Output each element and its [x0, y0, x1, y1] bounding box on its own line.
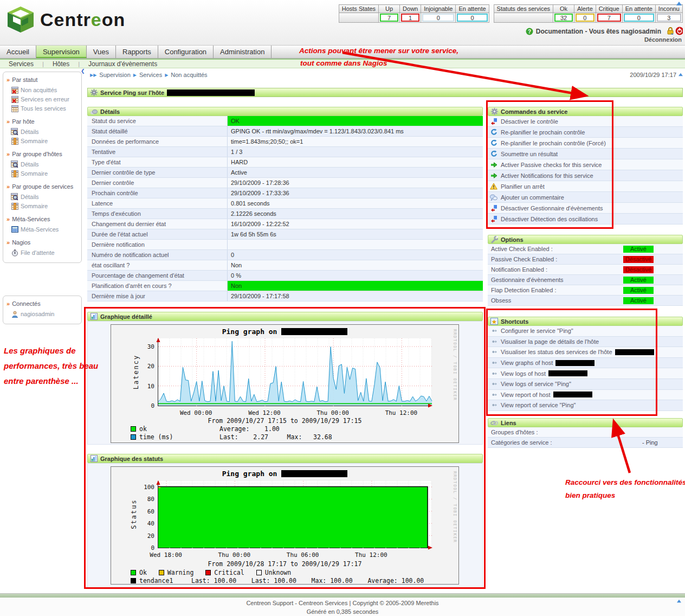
x-tick-label: Wed 12:00	[245, 409, 284, 416]
state-count-alerte[interactable]: 0	[576, 14, 594, 22]
state-count-injoignable[interactable]: 0	[422, 14, 454, 22]
submenu-item-services[interactable]: Services	[0, 60, 42, 68]
command-d-sactiver-le-contr-le[interactable]: Désactiver le contrôle	[488, 116, 683, 127]
x-tick-label: Wed 18:00	[146, 551, 185, 559]
user-icon	[11, 310, 18, 318]
sidebar-section: »Par statutNon acquittésServices en erre…	[7, 76, 78, 112]
sidebar-item-sommaire[interactable]: Sommaire	[11, 170, 78, 177]
state-count-en-attente[interactable]: 0	[457, 14, 487, 22]
link-value[interactable]: - Ping	[642, 439, 658, 446]
sidebar-item-label: Sommaire	[21, 203, 48, 209]
latency-plot	[158, 338, 431, 406]
state-count-up[interactable]: 7	[380, 14, 398, 22]
state-count-down[interactable]: 1	[401, 14, 419, 22]
x-tick-label: Thu 12:00	[382, 409, 421, 416]
sidebar-item-label: Tous les services	[21, 105, 66, 112]
shortcut-view-report-of-service-ping-[interactable]: View report of service "Ping"	[488, 400, 683, 411]
shortcut-configurer-le-service-ping-[interactable]: Configurer le service "Ping"	[488, 326, 683, 337]
latency-graph-image: Ping graph on RRDTOOL / TOBI OETIKER Lat…	[111, 324, 459, 443]
command-re-planifier-le-prochain-contr-le[interactable]: Re-planifier le prochain contrôle	[488, 127, 683, 138]
menu-item-vues[interactable]: Vues	[87, 46, 116, 58]
command-activer-passive-checks-for-this-service[interactable]: Activer Passive checks for this service	[488, 159, 683, 170]
logout-link[interactable]: Déconnexion	[644, 36, 682, 43]
menu-item-configuration[interactable]: Configuration	[158, 46, 214, 58]
footer-bar	[0, 594, 685, 598]
command-d-sactiver-d-tection-des-oscillations[interactable]: Désactiver Détection des oscillations	[488, 214, 683, 224]
grid-error-icon	[11, 86, 18, 94]
state-count-critique[interactable]: 7	[597, 14, 621, 22]
sidebar-item-non-acquitt-s[interactable]: Non acquittés	[11, 86, 78, 94]
details-label: Dernière mise à jour	[87, 291, 228, 301]
details-icon	[11, 193, 18, 201]
details-row: Numéro de notification actuel0	[87, 250, 483, 260]
shortcut-view-graphs-of-host[interactable]: View graphs of host	[488, 358, 683, 369]
sidebar-item-services-en-erreur[interactable]: Services en erreur	[11, 95, 78, 103]
commands-list: Désactiver le contrôleRe-planifier le pr…	[488, 116, 683, 224]
sidebar-item-sommaire[interactable]: Sommaire	[11, 202, 78, 210]
option-status-badge: Activé	[623, 287, 654, 294]
shortcut-visualiser-les-status-des-services-de-l-[interactable]: Visualiser les status des services de l'…	[488, 347, 683, 358]
reschedule-icon	[490, 150, 497, 158]
annotation-right-line1: Raccourci vers des fonctionnalités	[565, 478, 685, 486]
shortcut-view-logs-of-service-ping-[interactable]: View logs of service "Ping"	[488, 379, 683, 390]
sidebar-item-d-tails[interactable]: Détails	[11, 161, 78, 168]
menu-item-administration[interactable]: Administration	[214, 46, 272, 58]
submenu-item-h-tes[interactable]: Hôtes	[44, 60, 78, 68]
enable-icon	[490, 161, 497, 169]
breadcrumb-arrow-icon: ▶	[165, 73, 168, 78]
menu-item-supervision[interactable]: Supervision	[36, 46, 87, 58]
chevrons-icon: »	[7, 76, 10, 83]
command-ajouter-un-commentaire[interactable]: Ajouter un commentaire	[488, 192, 683, 203]
redacted-host	[615, 349, 654, 355]
redacted-host	[281, 470, 347, 477]
scroll-top-icon[interactable]	[677, 600, 681, 603]
command-activer-notifications-for-this-service[interactable]: Activer Notifications for this service	[488, 170, 683, 181]
footer: Centreon Support - Centreon Services | C…	[0, 593, 685, 616]
sidebar-item-file-d-attente[interactable]: File d'attente	[11, 249, 78, 256]
scroll-top-icon[interactable]	[676, 2, 682, 5]
shortcut-visualiser-la-page-de-d-tails-de-l-h-te[interactable]: Visualiser la page de détails de l'hôte	[488, 337, 683, 348]
sidebar-item-label: File d'attente	[21, 249, 55, 256]
menu-item-accueil[interactable]: Accueil	[0, 46, 36, 58]
footer-generated: Généré en 0,385 secondes	[0, 608, 685, 615]
state-count-ok[interactable]: 32	[554, 14, 573, 22]
legend-name: time (ms)	[139, 433, 219, 441]
shortcut-label: View logs of service "Ping"	[501, 381, 571, 387]
legend-name: Warning	[167, 569, 193, 576]
status-plot	[158, 481, 431, 548]
command-re-planifier-le-prochain-contr-le-forc-[interactable]: Re-planifier le prochain contrôle (Forcé…	[488, 138, 683, 149]
option-label: Notification Enabled :	[491, 266, 547, 273]
breadcrumb-item-non-acquitt-s[interactable]: Non acquittés	[171, 72, 207, 78]
y-tick-label: 0	[133, 402, 154, 409]
centreon-logo[interactable]: Centreon	[5, 4, 125, 35]
grid-error-icon	[11, 95, 18, 103]
scroll-up-icon[interactable]	[678, 73, 683, 76]
sidebar-item-sommaire[interactable]: Sommaire	[11, 137, 78, 145]
menu-item-rapports[interactable]: Rapports	[116, 46, 158, 58]
help-icon: ?	[526, 28, 533, 35]
command-label: Désactiver Détection des oscillations	[501, 216, 598, 222]
sidebar-item-m-ta-services[interactable]: Méta-Services	[11, 226, 78, 233]
command-soumettre-un-r-sultat[interactable]: Soumettre un résultat	[488, 149, 683, 159]
footer-copyright: Centreon Support - Centreon Services | C…	[0, 600, 685, 606]
documentation-link[interactable]: ? Documentation - Vous êtes nagiosadmin	[526, 28, 661, 35]
details-value: 1 / 3	[228, 147, 483, 157]
breadcrumb-item-services[interactable]: Services	[139, 72, 162, 78]
shortcut-view-logs-of-host[interactable]: View logs of host	[488, 368, 683, 379]
sidebar-item-nagiosadmin[interactable]: nagiosadmin	[11, 310, 78, 318]
submenu-item-journaux-d-v-nements[interactable]: Journaux d'évènements	[80, 60, 166, 68]
state-count-inconnu[interactable]: 3	[657, 14, 681, 22]
legend-name: Ok	[139, 569, 147, 576]
power-icon[interactable]	[675, 27, 683, 35]
command-d-sactiver-gestionnaire-d-v-nements[interactable]: Désactiver Gestionnaire d'évènements	[488, 203, 683, 214]
command-planifier-un-arr-t[interactable]: Planifier un arrêt	[488, 181, 683, 192]
sidebar-item-d-tails[interactable]: Détails	[11, 128, 78, 136]
state-count-en-attente[interactable]: 0	[624, 14, 654, 22]
sidebar-item-d-tails[interactable]: Détails	[11, 193, 78, 201]
disable-icon	[490, 118, 497, 125]
shortcut-view-report-of-host[interactable]: View report of host	[488, 390, 683, 401]
lock-icon[interactable]	[666, 27, 674, 35]
details-value	[228, 240, 483, 249]
breadcrumb-item-supervision[interactable]: Supervision	[99, 72, 130, 78]
sidebar-item-tous-les-services[interactable]: Tous les services	[11, 105, 78, 112]
